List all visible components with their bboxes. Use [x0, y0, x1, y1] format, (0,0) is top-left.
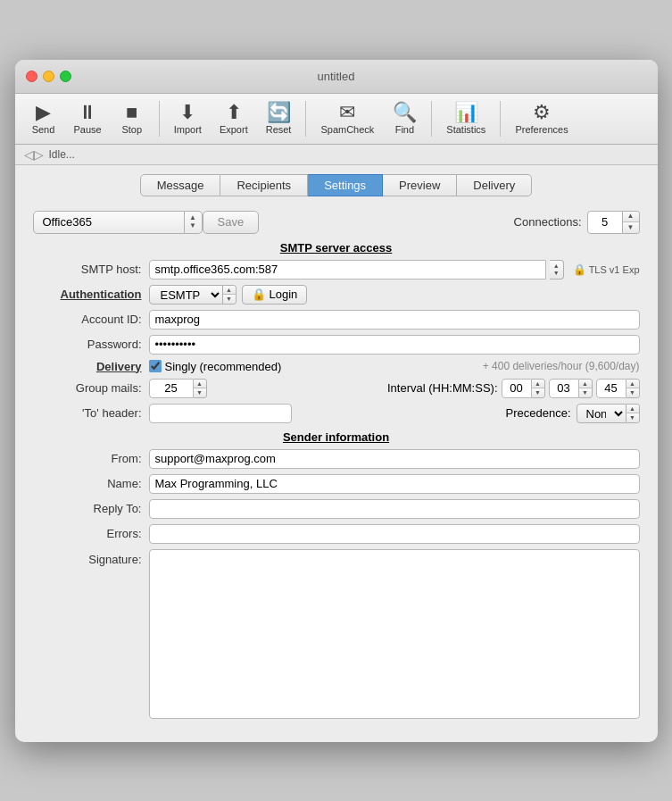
auth-down[interactable]: ▼ [223, 295, 236, 304]
maximize-button[interactable] [60, 71, 71, 82]
delivery-label: Delivery [33, 360, 149, 373]
statistics-label: Statistics [446, 124, 485, 135]
status-icon: ◁▷ [24, 147, 44, 162]
toolbar: ▶ Send ⏸ Pause ■ Stop ⬇ Import ⬆ Export … [15, 94, 658, 145]
password-input[interactable] [149, 335, 640, 355]
profile-row: ▲ ▼ Save Connections: ▲ ▼ [33, 211, 640, 234]
login-button[interactable]: 🔒 Login [242, 285, 308, 305]
connections-row: Connections: ▲ ▼ [514, 211, 640, 234]
delivery-rate: + 400 deliveries/hour (9,600/day) [483, 360, 640, 372]
statistics-button[interactable]: 📊 Statistics [439, 99, 493, 138]
hh-up[interactable]: ▲ [532, 380, 544, 388]
precedence-down[interactable]: ▼ [626, 413, 639, 422]
delivery-row: Delivery Singly (recommended) + 400 deli… [33, 360, 640, 373]
profile-arrow-btn[interactable]: ▲ ▼ [185, 211, 203, 234]
connections-spinner-btns: ▲ ▼ [623, 211, 640, 234]
spamcheck-button[interactable]: ✉ SpamCheck [313, 99, 381, 138]
auth-row: Authentication ESMTP ▲ ▼ 🔒 Login [33, 285, 640, 305]
connections-spinner: ▲ ▼ [587, 211, 640, 234]
send-icon: ▶ [36, 103, 51, 122]
from-input[interactable] [149, 449, 640, 469]
interval-mm-arrows: ▲ ▼ [579, 379, 593, 398]
hh-down[interactable]: ▼ [532, 388, 544, 397]
auth-select[interactable]: ESMTP [149, 285, 223, 305]
group-mails-label: Group mails: [33, 381, 149, 395]
mm-down[interactable]: ▼ [579, 388, 592, 397]
connections-down[interactable]: ▼ [623, 222, 639, 233]
group-mails-input[interactable] [149, 379, 194, 398]
tab-settings[interactable]: Settings [308, 174, 383, 196]
gm-up[interactable]: ▲ [194, 380, 206, 388]
main-window: untitled ▶ Send ⏸ Pause ■ Stop ⬇ Import … [15, 60, 658, 742]
sep-4 [500, 101, 501, 137]
ss-down[interactable]: ▼ [626, 388, 639, 397]
ss-up[interactable]: ▲ [626, 380, 639, 388]
errors-input[interactable] [149, 524, 640, 544]
sep-3 [431, 101, 432, 137]
smtp-host-input[interactable] [149, 260, 546, 280]
to-header-label: 'To' header: [33, 406, 149, 420]
mm-up[interactable]: ▲ [579, 380, 592, 388]
name-row: Name: [33, 474, 640, 494]
precedence-select[interactable]: None [577, 404, 626, 423]
tabs-row: Message Recipients Settings Preview Deli… [15, 165, 658, 202]
tab-message[interactable]: Message [140, 174, 221, 196]
tls-badge: 🔒 TLS v1 Exp [573, 263, 640, 276]
singly-checkbox[interactable] [149, 360, 162, 372]
export-icon: ⬆ [226, 103, 242, 122]
tab-delivery[interactable]: Delivery [457, 174, 532, 196]
connections-input[interactable] [587, 211, 623, 234]
sep-1 [159, 101, 160, 137]
stop-button[interactable]: ■ Stop [112, 99, 152, 138]
pause-icon: ⏸ [78, 103, 97, 122]
auth-up[interactable]: ▲ [223, 286, 236, 295]
preferences-button[interactable]: ⚙ Preferences [508, 99, 575, 138]
name-input[interactable] [149, 474, 640, 494]
tab-preview[interactable]: Preview [383, 174, 457, 196]
reset-button[interactable]: 🔄 Reset [259, 99, 299, 138]
close-button[interactable] [26, 71, 37, 82]
to-header-input[interactable] [149, 404, 292, 423]
host-arrow-btn[interactable]: ▲ ▼ [550, 260, 564, 280]
errors-label: Errors: [33, 527, 149, 540]
to-header-row: 'To' header: Precedence: None ▲ ▼ [33, 404, 640, 423]
singly-wrap: Singly (recommended) [149, 360, 282, 373]
interval-mm-input[interactable] [549, 379, 579, 398]
spamcheck-icon: ✉ [339, 103, 355, 122]
interval-ss: ▲ ▼ [596, 379, 640, 398]
connections-up[interactable]: ▲ [623, 212, 639, 222]
group-mails-spinner: ▲ ▼ [149, 379, 207, 398]
group-interval-controls: ▲ ▼ Interval (HH:MM:SS): ▲ ▼ [149, 379, 640, 398]
profile-select[interactable] [33, 211, 185, 234]
tab-recipients[interactable]: Recipients [220, 174, 308, 196]
interval-label: Interval (HH:MM:SS): [387, 381, 498, 395]
from-row: From: [33, 449, 640, 469]
interval-section: Interval (HH:MM:SS): ▲ ▼ ▲ ▼ [387, 379, 640, 398]
account-input[interactable] [149, 310, 640, 330]
arrow-down-icon: ▼ [189, 222, 196, 229]
account-label: Account ID: [33, 313, 149, 326]
preferences-label: Preferences [515, 124, 568, 135]
signature-label: Signature: [33, 549, 149, 566]
export-button[interactable]: ⬆ Export [212, 99, 255, 138]
find-button[interactable]: 🔍 Find [385, 99, 424, 138]
gm-down[interactable]: ▼ [194, 388, 206, 397]
reply-to-input[interactable] [149, 499, 640, 519]
save-button[interactable]: Save [203, 211, 260, 234]
reply-to-label: Reply To: [33, 502, 149, 515]
interval-hh-input[interactable] [502, 379, 532, 398]
pause-button[interactable]: ⏸ Pause [67, 99, 109, 138]
minimize-button[interactable] [43, 71, 54, 82]
interval-ss-input[interactable] [596, 379, 626, 398]
signature-textarea[interactable] [149, 549, 640, 719]
import-label: Import [174, 124, 202, 135]
send-button[interactable]: ▶ Send [24, 99, 63, 138]
status-text: Idle... [49, 148, 75, 161]
settings-content: ▲ ▼ Save Connections: ▲ ▼ SMTP server ac… [15, 202, 658, 742]
import-button[interactable]: ⬇ Import [167, 99, 209, 138]
reset-label: Reset [266, 124, 292, 135]
host-arrow-up: ▲ [553, 263, 560, 269]
profile-select-wrap: ▲ ▼ [33, 211, 203, 234]
precedence-up[interactable]: ▲ [626, 405, 639, 413]
auth-label: Authentication [33, 288, 149, 301]
